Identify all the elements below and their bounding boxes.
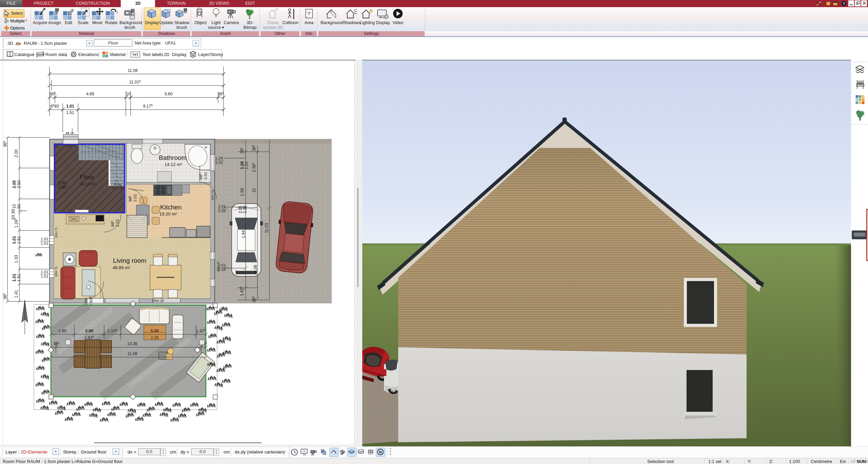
svg-text:1.01: 1.01 [41, 237, 48, 241]
svg-text:1.01: 1.01 [41, 270, 48, 274]
svg-text:10: 10 [126, 92, 131, 96]
svg-text:5.60: 5.60 [165, 92, 173, 96]
svg-text:4.06: 4.06 [253, 265, 258, 273]
svg-text:1.01: 1.01 [215, 161, 223, 165]
svg-text:2.00: 2.00 [85, 329, 93, 333]
svg-text:BRH 30: BRH 30 [211, 190, 214, 200]
svg-text:11.03: 11.03 [264, 223, 269, 233]
svg-text:15 stg: 15 stg [113, 183, 122, 186]
svg-text:1.01: 1.01 [12, 274, 17, 282]
svg-text:1.51: 1.51 [41, 274, 48, 278]
svg-text:11.08: 11.08 [127, 351, 137, 356]
svg-text:5.00: 5.00 [151, 329, 159, 333]
svg-text:1.41: 1.41 [14, 290, 19, 298]
svg-text:1.01: 1.01 [244, 161, 249, 169]
svg-text:1.51: 1.51 [66, 110, 74, 115]
svg-text:Floor: Floor [80, 173, 95, 181]
svg-text:1.01: 1.01 [66, 104, 74, 109]
svg-text:ROOM: ROOM [37, 53, 45, 56]
svg-text:BRH 26: BRH 26 [152, 299, 164, 303]
svg-text:1.51: 1.51 [17, 274, 21, 282]
svg-text:N: N [379, 450, 382, 454]
svg-text:1.51: 1.51 [17, 236, 21, 244]
svg-text:Living room: Living room [113, 257, 146, 264]
svg-text:19.20 m²: 19.20 m² [159, 211, 177, 217]
svg-text:BRH 75: BRH 75 [55, 227, 58, 238]
svg-text:11.08: 11.08 [128, 68, 137, 73]
svg-text:2.01: 2.01 [218, 204, 226, 208]
svg-text:10: 10 [252, 188, 256, 193]
svg-text:1.01: 1.01 [12, 236, 17, 244]
svg-text:2.00: 2.00 [58, 181, 66, 185]
svg-text:Bathroom: Bathroom [159, 154, 187, 161]
svg-text:2.01: 2.01 [133, 194, 137, 202]
svg-text:365: 365 [218, 91, 224, 96]
svg-text:2.50: 2.50 [17, 180, 21, 188]
svg-text:2.01: 2.01 [115, 219, 119, 227]
svg-text:1.51: 1.51 [41, 241, 48, 245]
svg-text:4.65: 4.65 [86, 92, 94, 96]
svg-text:2.26: 2.26 [243, 205, 247, 214]
svg-text:BRH 75: BRH 75 [55, 266, 58, 277]
svg-text:18.14 m²: 18.14 m² [79, 181, 97, 186]
svg-text:1.65: 1.65 [58, 329, 66, 333]
svg-text:365: 365 [49, 91, 55, 96]
svg-text:2.26: 2.26 [218, 209, 226, 213]
svg-text:2.01: 2.01 [204, 172, 208, 180]
svg-text:2.00: 2.00 [12, 180, 17, 188]
svg-text:10: 10 [12, 204, 17, 209]
svg-text:11.015: 11.015 [129, 79, 141, 85]
svg-text:1.59: 1.59 [240, 188, 245, 196]
svg-text:1.26: 1.26 [215, 156, 223, 160]
svg-text:1.26: 1.26 [240, 161, 245, 169]
svg-text:14.12 m²: 14.12 m² [165, 162, 182, 167]
svg-text:2.80: 2.80 [58, 185, 66, 189]
svg-text:18.7 25.5: 18.7 25.5 [111, 186, 125, 190]
svg-text:2.01: 2.01 [238, 205, 243, 214]
svg-text:2.35: 2.35 [151, 335, 159, 340]
svg-text:48.85 m²: 48.85 m² [113, 265, 130, 270]
svg-text:BRH 75: BRH 75 [66, 145, 77, 148]
svg-text:90: 90 [17, 204, 21, 209]
svg-text:1.245: 1.245 [14, 218, 19, 228]
svg-text:?: ? [308, 11, 310, 16]
svg-text:1.33: 1.33 [14, 255, 19, 263]
svg-text:2.00: 2.00 [14, 149, 19, 157]
svg-text:6583: 6583 [50, 104, 59, 109]
svg-text:BRH 30: BRH 30 [216, 261, 220, 272]
svg-text:Kitchen: Kitchen [160, 204, 181, 211]
svg-text:10.35: 10.35 [127, 341, 137, 346]
svg-text:1.94: 1.94 [241, 230, 246, 238]
svg-text:9.175: 9.175 [143, 104, 153, 109]
